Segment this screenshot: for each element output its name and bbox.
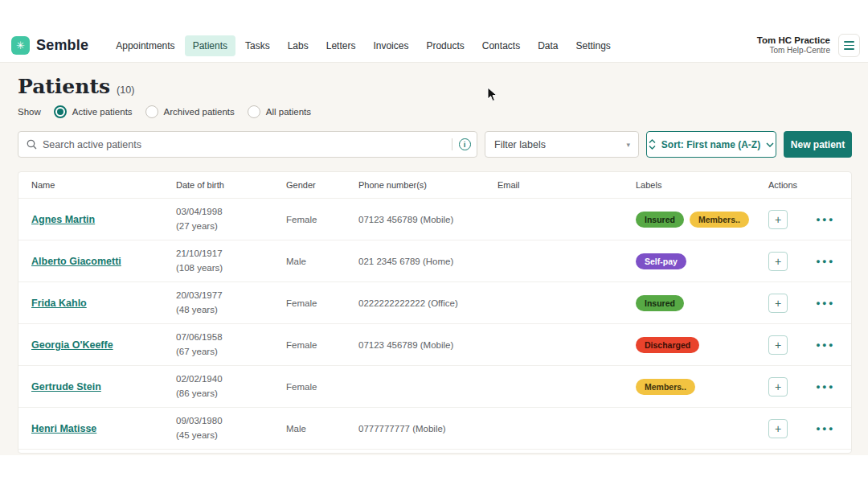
chevron-down-icon <box>766 142 774 147</box>
age-value: (67 years) <box>176 347 218 356</box>
col-header-name: Name <box>31 180 176 190</box>
more-actions-button[interactable]: ●●● <box>816 383 835 391</box>
dob-value: 02/02/1940 <box>176 374 223 384</box>
table-row: Frida Kahlo20/03/1977(48 years)Female022… <box>18 282 851 324</box>
patient-count: (10) <box>117 84 134 96</box>
dob-value: 09/03/1980 <box>176 416 223 425</box>
labels-cell: Discharged <box>636 337 768 353</box>
page-title: Patients <box>18 75 110 98</box>
actions-cell: +●●● <box>768 335 851 355</box>
radio-icon[interactable] <box>248 105 260 118</box>
patient-label-pill: Members.. <box>636 379 695 395</box>
search-icon <box>18 139 43 150</box>
table-row: Alberto Giacometti21/10/1917(108 years)M… <box>18 240 851 282</box>
new-patient-button[interactable]: New patient <box>784 131 852 158</box>
practice-name: Tom HC Practice <box>757 35 830 46</box>
col-header-labels: Labels <box>636 180 768 190</box>
patients-table: Name Date of birth Gender Phone number(s… <box>18 171 852 454</box>
show-filter: Show Active patients Archived patients A… <box>18 105 852 118</box>
col-header-email: Email <box>497 180 636 190</box>
patient-name-link[interactable]: Georgia O'Keeffe <box>31 339 113 351</box>
nav-item-patients[interactable]: Patients <box>185 35 235 56</box>
dob-value: 21/10/1917 <box>176 249 223 258</box>
patient-name-link[interactable]: Agnes Martin <box>31 214 95 225</box>
patient-name-link[interactable]: Gertrude Stein <box>31 381 101 392</box>
gender-value: Male <box>286 257 358 266</box>
info-icon: i <box>459 138 471 150</box>
more-actions-button[interactable]: ●●● <box>816 257 835 265</box>
patient-label-pill: Insured <box>636 212 684 228</box>
gender-value: Female <box>286 215 358 224</box>
patient-label-pill: Discharged <box>636 337 699 353</box>
add-action-button[interactable]: + <box>768 252 788 271</box>
dob-value: 07/06/1958 <box>176 332 223 342</box>
col-header-gender: Gender <box>286 180 358 190</box>
more-actions-button[interactable]: ●●● <box>816 216 835 224</box>
sort-button[interactable]: Sort: First name (A-Z) <box>646 131 776 158</box>
show-label: Show <box>18 107 41 117</box>
actions-cell: +●●● <box>768 252 851 271</box>
search-bar: i <box>18 131 477 158</box>
table-row: Henri Matisse09/03/1980(45 years)Male077… <box>18 408 851 450</box>
age-value: (108 years) <box>176 263 223 273</box>
nav-item-contacts[interactable]: Contacts <box>474 35 528 56</box>
table-body: Agnes Martin03/04/1998(27 years)Female07… <box>18 199 851 450</box>
chevron-down-icon: ▾ <box>626 141 630 149</box>
filter-labels-dropdown[interactable]: Filter labels ▾ <box>485 131 639 158</box>
dob-value: 03/04/1998 <box>176 207 223 216</box>
table-row: Agnes Martin03/04/1998(27 years)Female07… <box>18 199 851 240</box>
patient-label-pill: Insured <box>636 295 684 311</box>
brand-logo[interactable]: ✳ Semble <box>11 36 88 55</box>
patient-name-link[interactable]: Alberto Giacometti <box>31 256 121 267</box>
main-nav: Appointments Patients Tasks Labs Letters… <box>108 35 619 56</box>
brand-name: Semble <box>36 37 88 54</box>
toolbar: i Filter labels ▾ Sort: First name (A-Z)… <box>18 131 852 158</box>
age-value: (27 years) <box>176 221 218 231</box>
col-header-phone: Phone number(s) <box>358 180 497 190</box>
search-input[interactable] <box>43 139 452 150</box>
search-info-button[interactable]: i <box>452 138 477 150</box>
sort-arrows-icon <box>649 139 656 150</box>
phone-value: 07123 456789 (Mobile) <box>358 215 497 224</box>
add-action-button[interactable]: + <box>768 210 788 229</box>
patient-name-link[interactable]: Frida Kahlo <box>31 298 87 309</box>
nav-item-tasks[interactable]: Tasks <box>237 35 278 56</box>
patient-label-pill: Members.. <box>690 212 749 228</box>
gender-value: Female <box>286 298 358 308</box>
radio-archived-patients[interactable]: Archived patients <box>145 105 235 118</box>
add-action-button[interactable]: + <box>768 294 788 313</box>
nav-item-appointments[interactable]: Appointments <box>108 35 182 56</box>
nav-item-labs[interactable]: Labs <box>280 35 317 56</box>
phone-value: 021 2345 6789 (Home) <box>358 257 497 266</box>
app-window: ✳ Semble Appointments Patients Tasks Lab… <box>0 0 868 489</box>
labels-cell: Self-pay <box>636 253 768 269</box>
nav-item-data[interactable]: Data <box>530 35 566 56</box>
semble-logo-icon: ✳ <box>11 36 30 55</box>
table-header-row: Name Date of birth Gender Phone number(s… <box>18 172 851 199</box>
patient-name-link[interactable]: Henri Matisse <box>31 423 96 434</box>
gender-value: Female <box>286 382 358 392</box>
dob-value: 20/03/1977 <box>176 290 223 300</box>
radio-active-patients[interactable]: Active patients <box>54 105 133 118</box>
user-name: Tom Help-Centre <box>757 46 830 56</box>
radio-icon[interactable] <box>145 105 158 118</box>
more-actions-button[interactable]: ●●● <box>816 299 835 307</box>
radio-all-patients[interactable]: All patients <box>248 105 311 118</box>
phone-value: 0222222222222 (Office) <box>358 298 497 308</box>
table-row: Georgia O'Keeffe07/06/1958(67 years)Fema… <box>18 324 851 366</box>
add-action-button[interactable]: + <box>768 419 788 438</box>
nav-item-letters[interactable]: Letters <box>318 35 364 56</box>
nav-item-products[interactable]: Products <box>418 35 472 56</box>
gender-value: Female <box>286 340 358 350</box>
more-actions-button[interactable]: ●●● <box>816 425 835 433</box>
nav-item-settings[interactable]: Settings <box>568 35 619 56</box>
account-info[interactable]: Tom HC Practice Tom Help-Centre <box>757 35 830 56</box>
add-action-button[interactable]: + <box>768 335 788 355</box>
radio-selected-icon[interactable] <box>54 105 67 118</box>
more-actions-button[interactable]: ●●● <box>816 341 835 349</box>
page-content: Patients (10) Show Active patients Archi… <box>0 63 868 455</box>
hamburger-menu-button[interactable] <box>838 34 860 57</box>
add-action-button[interactable]: + <box>768 377 788 397</box>
nav-item-invoices[interactable]: Invoices <box>365 35 416 56</box>
labels-cell: InsuredMembers.. <box>636 212 768 228</box>
